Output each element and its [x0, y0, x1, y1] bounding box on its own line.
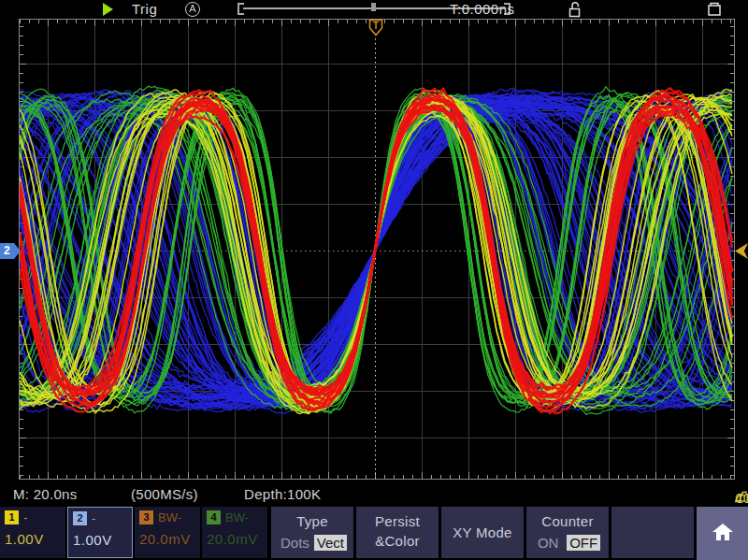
channel-4-box[interactable]: 4 BW- 20.0mV [202, 507, 267, 558]
counter-title: Counter [526, 513, 609, 529]
ch2-scale: 1.00V [73, 532, 127, 548]
xy-mode-button[interactable]: XY Mode [441, 507, 524, 558]
channel-1-box[interactable]: 1 - 1.00V [0, 507, 65, 558]
ch3-bandwidth: BW- [158, 510, 181, 524]
timebase-readout: M: 20.0ns [13, 486, 78, 502]
counter-option-on[interactable]: ON [535, 535, 562, 551]
counter-option-off[interactable]: OFF [567, 535, 600, 551]
svg-text:T: T [373, 21, 379, 31]
ch1-scale: 1.00V [5, 531, 61, 547]
oscilloscope-screen: Trig A T:0.000ns T 2 M: 20.0ns (500MS/s)… [0, 0, 748, 560]
channel-2-box[interactable]: 2 - 1.00V [67, 507, 133, 558]
memory-depth-readout: Depth:100K [244, 486, 321, 502]
xy-mode-label: XY Mode [441, 507, 524, 558]
ch2-badge: 2 [73, 511, 87, 525]
ch1-badge: 1 [5, 510, 19, 524]
display-type-button[interactable]: Type Dots Vect [271, 507, 353, 558]
trigger-position-marker[interactable]: T [368, 19, 383, 40]
type-option-dots[interactable]: Dots [278, 535, 312, 551]
ch4-bandwidth: BW- [225, 510, 249, 524]
home-button[interactable] [697, 507, 748, 560]
ch3-badge: 3 [139, 510, 153, 524]
channel-3-box[interactable]: 3 BW- 20.0mV [135, 507, 200, 558]
type-option-vect[interactable]: Vect [314, 535, 347, 551]
auto-trigger-mode-icon: A [185, 2, 200, 17]
waveform-display [20, 20, 734, 479]
bottom-menu-bar: 1 - 1.00V 2 - 1.00V 3 BW- 20.0mV 4 BW- 2… [0, 507, 748, 560]
trig-label: Trig [132, 1, 157, 17]
ch2-ground-marker[interactable]: 2 [0, 243, 21, 259]
sample-rate-readout: (500MS/s) [131, 486, 198, 502]
ch4-badge: 4 [207, 510, 221, 524]
empty-menu-slot [611, 507, 694, 558]
ch4-scale: 20.0mV [207, 531, 263, 547]
trigger-level: 40.0mV [735, 490, 748, 506]
ch3-scale: 20.0mV [139, 531, 195, 547]
memory-bar-trigger-tick[interactable] [371, 3, 376, 11]
persist-line2: &Color [356, 533, 439, 549]
persist-color-button[interactable]: Persist &Color [356, 507, 439, 558]
trigger-level-arrow[interactable] [735, 243, 748, 259]
status-bar: M: 20.0ns (500MS/s) Depth:100K CH1:DC- 4… [0, 482, 748, 507]
trigger-time-offset: T:0.000ns [450, 1, 515, 17]
home-icon [712, 523, 734, 545]
ch1-coupling: - [23, 510, 27, 524]
type-title: Type [271, 513, 353, 529]
persist-line1: Persist [356, 513, 439, 529]
ch2-coupling: - [92, 511, 95, 525]
usb-storage-icon [706, 2, 723, 21]
counter-button[interactable]: Counter ON OFF [526, 507, 609, 558]
run-state-icon [103, 3, 113, 16]
